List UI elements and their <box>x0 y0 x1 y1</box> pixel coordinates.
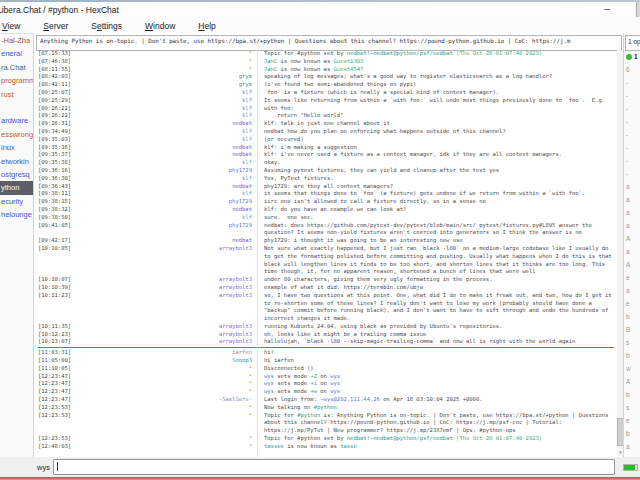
user-list-item[interactable]: - <box>626 89 640 102</box>
nick: * <box>80 66 258 74</box>
chat-line: [10:10:07]arraybolt3under 80 characters,… <box>38 276 614 284</box>
channel-tab[interactable]: ython <box>0 181 33 194</box>
user-list-item[interactable]: s <box>626 336 640 349</box>
message: phy1729: are they all context managers? <box>258 183 614 191</box>
message-segment: example of what it did: https://termbin.… <box>264 284 423 290</box>
user-list-item[interactable]: w <box>626 362 640 375</box>
message: running Kubuntu 24.04, using black as pr… <box>258 323 614 331</box>
user-list-item[interactable]: - <box>626 141 640 154</box>
channel-tab[interactable]: helounge <box>0 208 33 221</box>
user-list-item[interactable]: - <box>626 76 640 89</box>
nick: nedbat <box>80 183 258 191</box>
channel-tab[interactable]: ra.Chat <box>0 61 33 74</box>
message: wys sets mode +i on wys <box>258 380 614 388</box>
message: klf: do you have an example we can look … <box>258 206 614 214</box>
text-caret <box>57 462 58 471</box>
user-list-item[interactable]: b <box>626 427 640 440</box>
user-count-header: 1 op <box>625 35 640 51</box>
user-list-item[interactable]: A <box>626 258 640 271</box>
user-list-item[interactable]: e <box>626 297 640 310</box>
user-list-item[interactable]: e <box>626 414 640 427</box>
message: iirc one isn't allowed to call a fixture… <box>258 198 614 206</box>
user-list-item[interactable]: - <box>626 115 640 128</box>
message: okay. <box>258 159 614 167</box>
minimize-button[interactable]: – <box>594 2 620 17</box>
channel-tab[interactable]: ecurity <box>0 195 33 208</box>
nick: iarfen <box>80 349 258 357</box>
menu-item-window[interactable]: Window <box>134 21 187 31</box>
channel-tab[interactable]: -Hal-Zha <box>0 34 33 47</box>
message: Topic for #python set by nedbat!~nedbat@… <box>258 50 614 58</box>
timestamp: [10:10:07] <box>38 276 80 284</box>
message-segment: is now known as <box>277 58 333 64</box>
timestamp: [09:26:31] <box>38 120 80 128</box>
message-segment: #python <box>314 404 337 410</box>
user-list-panel: 1 op 16--------aaaaAaAeaebBsbwAbseba <box>623 33 640 457</box>
user-list-item[interactable]: - <box>626 167 640 180</box>
channel-tab[interactable]: etworkin <box>0 155 33 168</box>
menu-item-help[interactable]: Help <box>187 21 227 31</box>
message: Disconnected () <box>258 365 614 373</box>
user-list-item[interactable]: a <box>626 219 640 232</box>
chat-line: [09:36:16]phy1729Assuming pytest fixture… <box>38 167 614 175</box>
chat-line: [09:35:03]klf(or occured) <box>38 136 614 144</box>
message-segment: Topic for #python set by <box>264 435 347 441</box>
message: It seems like returning from within a `w… <box>258 97 614 105</box>
message-segment: klf: i've never used a fixture as a cont… <box>264 151 562 157</box>
topic-bar[interactable]: Anything Python is on-topic. | Don't pas… <box>36 35 622 51</box>
user-list-item[interactable]: a <box>626 193 640 206</box>
channel-tab[interactable]: esswrong <box>0 128 33 141</box>
user-list-item[interactable]: b <box>626 349 640 362</box>
user-list-item[interactable]: 1 <box>626 50 640 63</box>
message-segment: sure. one sec. <box>264 214 314 220</box>
message-segment: (i've found two semi-abandoned things on… <box>264 81 416 87</box>
user-list-item[interactable]: - <box>626 102 640 115</box>
message-segment: sets mode <box>274 388 310 394</box>
nick: -SaslServ- <box>80 396 258 404</box>
message: klf: talk in just one channel about it <box>258 120 614 128</box>
nick: nedbat <box>80 151 258 159</box>
nick: klf <box>80 214 258 222</box>
message-segment: wys <box>264 388 274 394</box>
user-list-item[interactable]: e <box>626 271 640 284</box>
user-list-item[interactable]: a <box>626 245 640 258</box>
message: Now talking on #python <box>258 404 614 412</box>
user-list-item[interactable]: 6 <box>626 63 640 76</box>
user-list-item[interactable]: B <box>626 323 640 336</box>
user-list-item[interactable]: a <box>626 284 640 297</box>
message-input[interactable] <box>53 459 615 475</box>
timestamp: [12:23:53] <box>38 412 80 435</box>
timestamp: [10:10:39] <box>38 284 80 292</box>
channel-tab[interactable]: ardware <box>0 114 33 127</box>
chat-line: [09:38:32]nedbatklf: do you have an exam… <box>38 206 614 214</box>
user-list-item[interactable]: a <box>626 180 640 193</box>
message-segment: klf: i'm making a suggestion <box>264 144 357 150</box>
timestamp: [12:48:03] <box>38 443 80 451</box>
menu-item-view[interactable]: View <box>0 21 32 31</box>
user-list-item[interactable]: a <box>626 206 640 219</box>
chat-log: [07:15:33]*Topic for #python set by nedb… <box>38 50 614 457</box>
user-list-item[interactable]: A <box>626 375 640 388</box>
channel-tree: -Hal-Zhaeneralra.Chatprogrammrustardware… <box>0 34 34 457</box>
channel-tab[interactable]: rust <box>0 88 33 101</box>
user-list-item[interactable]: b <box>626 388 640 401</box>
user-list-item[interactable]: A <box>626 232 640 245</box>
message: JanC is now known as Guest4547 <box>258 66 614 74</box>
user-list-item[interactable]: b <box>626 310 640 323</box>
channel-tab[interactable]: programm <box>0 74 33 87</box>
channel-tab[interactable] <box>0 101 33 114</box>
channel-tab[interactable]: eneral <box>0 47 33 60</box>
maximize-button-partial[interactable] <box>636 2 640 17</box>
message: so, I have two questions at this point. … <box>258 292 614 323</box>
user-list-item[interactable]: a <box>626 440 640 453</box>
nick: klf <box>80 89 258 97</box>
timestamp: [09:25:29] <box>38 97 80 105</box>
message-segment: wys <box>330 373 340 379</box>
channel-tab[interactable]: inux <box>0 141 33 154</box>
menu-item-settings[interactable]: Settings <box>80 21 134 31</box>
user-list-item[interactable]: - <box>626 154 640 167</box>
user-list-item[interactable]: - <box>626 128 640 141</box>
user-list-item[interactable]: s <box>626 401 640 414</box>
channel-tab[interactable]: ostgresq <box>0 168 33 181</box>
menu-item-server[interactable]: Server <box>32 21 80 31</box>
